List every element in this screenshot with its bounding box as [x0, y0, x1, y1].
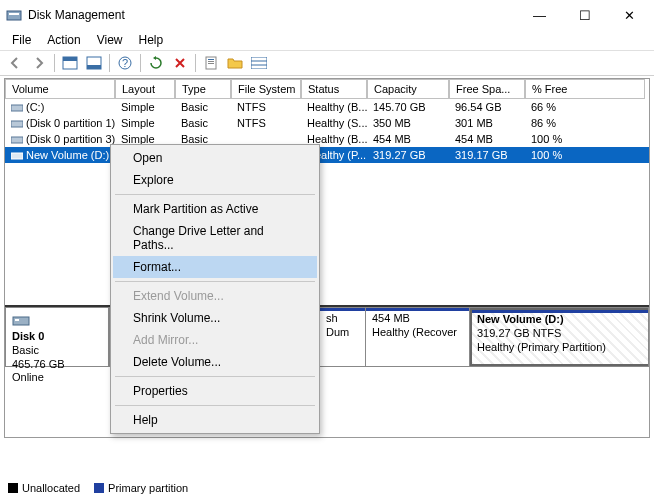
- drive-icon: [11, 150, 23, 160]
- menu-item-add-mirror: Add Mirror...: [113, 329, 317, 351]
- svg-text:?: ?: [122, 57, 128, 69]
- volume-rows: (C:) Simple Basic NTFS Healthy (B... 145…: [5, 99, 649, 303]
- svg-rect-9: [208, 59, 214, 60]
- partition-name: New Volume (D:): [477, 313, 564, 325]
- col-pct-free[interactable]: % Free: [525, 79, 645, 99]
- disk-type: Basic: [12, 344, 102, 358]
- col-free[interactable]: Free Spa...: [449, 79, 525, 99]
- menu-file[interactable]: File: [4, 31, 39, 49]
- svg-rect-16: [11, 121, 23, 127]
- svg-rect-17: [11, 137, 23, 143]
- disk-icon: [12, 312, 30, 328]
- menu-item-mark-active[interactable]: Mark Partition as Active: [113, 198, 317, 220]
- disk-info[interactable]: Disk 0 Basic 465.76 GB Online: [5, 307, 109, 367]
- volume-name: New Volume (D:): [26, 149, 109, 161]
- menu-separator: [115, 194, 315, 195]
- panel-top-icon[interactable]: [59, 52, 81, 74]
- delete-icon[interactable]: [169, 52, 191, 74]
- cell-fs: NTFS: [231, 117, 301, 129]
- cell-pct: 66 %: [525, 101, 645, 113]
- volume-row[interactable]: (Disk 0 partition 3) Simple Basic Health…: [5, 131, 649, 147]
- svg-rect-11: [208, 63, 214, 64]
- menu-item-open[interactable]: Open: [113, 147, 317, 169]
- drive-icon: [11, 134, 23, 144]
- toolbar-separator: [54, 54, 55, 72]
- menu-help[interactable]: Help: [131, 31, 172, 49]
- volume-row-selected[interactable]: New Volume (D:) Simple Basic NTFS Health…: [5, 147, 649, 163]
- col-status[interactable]: Status: [301, 79, 367, 99]
- menu-item-explore[interactable]: Explore: [113, 169, 317, 191]
- list-icon[interactable]: [248, 52, 270, 74]
- disk-size: 465.76 GB: [12, 358, 102, 372]
- context-menu: Open Explore Mark Partition as Active Ch…: [110, 144, 320, 434]
- cell-free: 301 MB: [449, 117, 525, 129]
- menu-item-shrink[interactable]: Shrink Volume...: [113, 307, 317, 329]
- partition-size: 319.27 GB NTFS: [477, 327, 643, 341]
- col-capacity[interactable]: Capacity: [367, 79, 449, 99]
- partition-size: 454 MB: [372, 312, 463, 326]
- svg-rect-18: [11, 153, 23, 159]
- refresh-icon[interactable]: [145, 52, 167, 74]
- cell-type: Basic: [175, 117, 231, 129]
- menu-item-format[interactable]: Format...: [113, 256, 317, 278]
- partition-recovery[interactable]: 454 MB Healthy (Recover: [366, 308, 470, 366]
- col-layout[interactable]: Layout: [115, 79, 175, 99]
- folder-icon[interactable]: [224, 52, 246, 74]
- volume-row[interactable]: (Disk 0 partition 1) Simple Basic NTFS H…: [5, 115, 649, 131]
- back-icon[interactable]: [4, 52, 26, 74]
- menu-action[interactable]: Action: [39, 31, 88, 49]
- menu-separator: [115, 376, 315, 377]
- svg-rect-5: [87, 65, 101, 69]
- minimize-button[interactable]: —: [517, 0, 562, 30]
- svg-rect-1: [9, 13, 19, 15]
- col-filesystem[interactable]: File System: [231, 79, 301, 99]
- help-icon[interactable]: ?: [114, 52, 136, 74]
- cell-pct: 100 %: [525, 133, 645, 145]
- legend-label: Primary partition: [108, 482, 188, 494]
- maximize-button[interactable]: ☐: [562, 0, 607, 30]
- menu-item-properties[interactable]: Properties: [113, 380, 317, 402]
- menu-item-change-letter[interactable]: Change Drive Letter and Paths...: [113, 220, 317, 256]
- disk-state: Online: [12, 371, 102, 385]
- cell-capacity: 454 MB: [367, 133, 449, 145]
- partition-new-volume-selected[interactable]: New Volume (D:) 319.27 GB NTFS Healthy (…: [470, 308, 648, 366]
- toolbar-separator: [140, 54, 141, 72]
- volume-list: Volume Layout Type File System Status Ca…: [4, 78, 650, 438]
- svg-rect-15: [11, 105, 23, 111]
- legend-swatch-primary: [94, 483, 104, 493]
- app-icon: [6, 7, 22, 23]
- forward-icon[interactable]: [28, 52, 50, 74]
- volume-name: (Disk 0 partition 3): [26, 133, 115, 145]
- cell-layout: Simple: [115, 117, 175, 129]
- legend-label: Unallocated: [22, 482, 80, 494]
- disk-name: Disk 0: [12, 330, 44, 342]
- cell-capacity: 319.27 GB: [367, 149, 449, 161]
- toolbar-separator: [109, 54, 110, 72]
- drive-icon: [11, 118, 23, 128]
- grid-empty-area: [5, 163, 649, 303]
- cell-status: Healthy (B...: [301, 101, 367, 113]
- legend: Unallocated Primary partition: [8, 482, 188, 494]
- partition-crash-dump[interactable]: sh Dum: [320, 308, 366, 366]
- cell-free: 454 MB: [449, 133, 525, 145]
- svg-rect-3: [63, 57, 77, 61]
- cell-pct: 86 %: [525, 117, 645, 129]
- panel-bottom-icon[interactable]: [83, 52, 105, 74]
- menu-item-help[interactable]: Help: [113, 409, 317, 431]
- column-headers: Volume Layout Type File System Status Ca…: [5, 79, 649, 99]
- svg-rect-12: [251, 57, 267, 69]
- menu-separator: [115, 281, 315, 282]
- menu-item-extend: Extend Volume...: [113, 285, 317, 307]
- volume-row[interactable]: (C:) Simple Basic NTFS Healthy (B... 145…: [5, 99, 649, 115]
- cell-capacity: 145.70 GB: [367, 101, 449, 113]
- close-button[interactable]: ✕: [607, 0, 652, 30]
- col-type[interactable]: Type: [175, 79, 231, 99]
- menu-view[interactable]: View: [89, 31, 131, 49]
- menu-item-delete[interactable]: Delete Volume...: [113, 351, 317, 373]
- cell-free: 319.17 GB: [449, 149, 525, 161]
- window-title: Disk Management: [28, 8, 517, 22]
- cell-type: Basic: [175, 101, 231, 113]
- menu-bar: File Action View Help: [0, 30, 654, 50]
- col-volume[interactable]: Volume: [5, 79, 115, 99]
- properties-icon[interactable]: [200, 52, 222, 74]
